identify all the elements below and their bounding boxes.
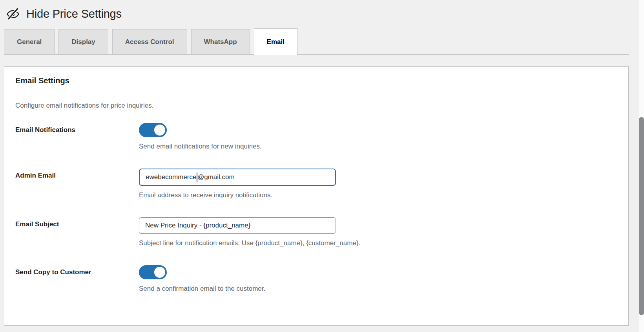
- vertical-scrollbar-thumb[interactable]: [639, 117, 644, 315]
- email-notifications-control: Send email notifications for new inquiri…: [139, 123, 617, 150]
- settings-tabbar: General Display Access Control WhatsApp …: [4, 28, 629, 55]
- send-copy-label: Send Copy to Customer: [15, 265, 139, 293]
- admin-email-value-after-caret: @gmail.com: [197, 173, 235, 181]
- eye-slash-icon: [5, 7, 20, 21]
- tab-general[interactable]: General: [4, 29, 55, 54]
- page-title: Hide Price Settings: [26, 7, 122, 20]
- admin-email-label: Admin Email: [15, 169, 139, 199]
- panel-heading: Email Settings: [15, 76, 617, 94]
- toggle-knob: [154, 267, 165, 278]
- email-subject-input[interactable]: [139, 217, 336, 234]
- email-subject-label: Email Subject: [15, 217, 139, 247]
- send-copy-help: Send a confirmation email to the custome…: [139, 285, 617, 293]
- send-copy-toggle[interactable]: [139, 265, 167, 279]
- admin-email-value-before-caret: ewebecommerce: [146, 173, 196, 181]
- email-notifications-label: Email Notifications: [15, 123, 139, 150]
- tab-display[interactable]: Display: [58, 29, 108, 54]
- admin-email-help: Email address to receive inquiry notific…: [139, 191, 617, 199]
- tab-email[interactable]: Email: [254, 28, 297, 55]
- row-admin-email: Admin Email ewebecommerce @gmail.com Ema…: [15, 169, 617, 199]
- tab-access-control[interactable]: Access Control: [112, 29, 187, 54]
- admin-email-input[interactable]: ewebecommerce @gmail.com: [139, 169, 336, 186]
- row-send-copy-to-customer: Send Copy to Customer Send a confirmatio…: [15, 265, 617, 293]
- panel-intro: Configure email notifications for price …: [15, 102, 617, 110]
- page-header: Hide Price Settings: [0, 0, 644, 23]
- email-notifications-help: Send email notifications for new inquiri…: [139, 143, 617, 150]
- send-copy-control: Send a confirmation email to the custome…: [139, 265, 617, 293]
- email-subject-control: Subject line for notification emails. Us…: [139, 217, 617, 247]
- toggle-knob: [154, 125, 165, 136]
- email-notifications-toggle[interactable]: [139, 123, 167, 137]
- row-email-notifications: Email Notifications Send email notificat…: [15, 123, 617, 150]
- email-subject-help: Subject line for notification emails. Us…: [139, 239, 617, 247]
- admin-email-control: ewebecommerce @gmail.com Email address t…: [139, 169, 617, 199]
- tab-whatsapp[interactable]: WhatsApp: [191, 29, 250, 54]
- email-settings-panel: Email Settings Configure email notificat…: [4, 66, 629, 326]
- row-email-subject: Email Subject Subject line for notificat…: [15, 217, 617, 247]
- vertical-scrollbar-track[interactable]: [639, 0, 644, 332]
